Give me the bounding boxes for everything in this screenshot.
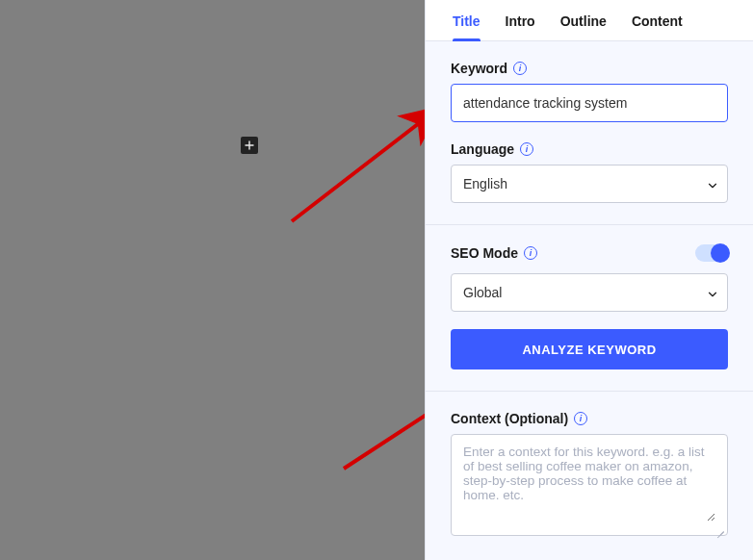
keyword-section: Keyword Language English: [426, 41, 753, 225]
app-root: Title Intro Outline Content Keyword Lang…: [0, 0, 753, 560]
analyze-keyword-button[interactable]: ANALYZE KEYWORD: [451, 329, 728, 369]
keyword-input[interactable]: [463, 95, 715, 111]
chevron-down-icon: [706, 179, 715, 189]
tab-content[interactable]: Content: [632, 13, 683, 40]
language-select[interactable]: English: [451, 165, 728, 203]
toggle-knob: [711, 243, 730, 263]
context-label: Context (Optional): [451, 411, 568, 426]
info-icon[interactable]: [524, 246, 537, 260]
seo-scope-select[interactable]: Global: [451, 273, 728, 312]
language-value: English: [463, 176, 507, 191]
tab-intro[interactable]: Intro: [506, 13, 535, 40]
editor-canvas[interactable]: [0, 0, 425, 560]
plus-icon: [245, 140, 254, 150]
panel-tabs: Title Intro Outline Content: [426, 0, 753, 41]
add-block-button[interactable]: [241, 137, 258, 154]
settings-panel: Title Intro Outline Content Keyword Lang…: [425, 0, 753, 560]
annotation-arrow-2: [0, 0, 425, 560]
annotation-arrow-1: [0, 0, 425, 560]
svg-line-0: [292, 108, 425, 221]
seo-section: SEO Mode Global ANALYZE KEYWORD: [426, 225, 753, 392]
context-section: Context (Optional): [426, 392, 753, 557]
info-icon[interactable]: [513, 62, 527, 75]
seo-mode-label: SEO Mode: [451, 245, 518, 261]
tab-title[interactable]: Title: [453, 13, 480, 40]
info-icon[interactable]: [574, 412, 587, 425]
context-textarea[interactable]: [463, 445, 715, 522]
tab-outline[interactable]: Outline: [560, 13, 607, 40]
language-label: Language: [451, 141, 514, 157]
chevron-down-icon: [706, 288, 715, 297]
svg-line-1: [344, 356, 425, 469]
context-textarea-wrap: [451, 434, 728, 536]
seo-scope-value: Global: [463, 285, 502, 300]
info-icon[interactable]: [520, 142, 533, 156]
seo-mode-toggle[interactable]: [695, 244, 728, 262]
resize-handle-icon[interactable]: [715, 523, 724, 532]
keyword-input-wrap: [451, 84, 728, 122]
panel-scroll[interactable]: Keyword Language English: [426, 41, 753, 560]
keyword-label: Keyword: [451, 61, 507, 76]
